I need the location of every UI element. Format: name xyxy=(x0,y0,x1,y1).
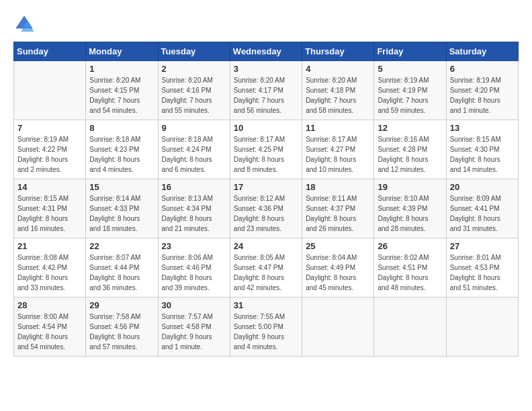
day-number: 11 xyxy=(306,123,370,133)
calendar-cell: 21Sunrise: 8:08 AM Sunset: 4:42 PM Dayli… xyxy=(14,238,86,298)
calendar-cell: 5Sunrise: 8:19 AM Sunset: 4:19 PM Daylig… xyxy=(374,61,446,120)
calendar-cell: 29Sunrise: 7:58 AM Sunset: 4:56 PM Dayli… xyxy=(86,298,158,357)
calendar-body: 1Sunrise: 8:20 AM Sunset: 4:15 PM Daylig… xyxy=(14,61,519,357)
day-number: 19 xyxy=(378,182,442,192)
calendar-cell xyxy=(302,298,374,357)
calendar-week-row: 14Sunrise: 8:15 AM Sunset: 4:31 PM Dayli… xyxy=(14,179,519,238)
cell-content: Sunrise: 8:18 AM Sunset: 4:24 PM Dayligh… xyxy=(162,134,226,175)
calendar-table: SundayMondayTuesdayWednesdayThursdayFrid… xyxy=(13,42,519,357)
calendar-cell: 25Sunrise: 8:04 AM Sunset: 4:49 PM Dayli… xyxy=(302,238,374,298)
calendar-cell: 31Sunrise: 7:55 AM Sunset: 5:00 PM Dayli… xyxy=(230,298,302,357)
day-number: 8 xyxy=(89,123,154,133)
calendar-cell: 16Sunrise: 8:13 AM Sunset: 4:34 PM Dayli… xyxy=(158,179,230,238)
calendar-cell: 14Sunrise: 8:15 AM Sunset: 4:31 PM Dayli… xyxy=(14,179,86,238)
calendar-cell: 27Sunrise: 8:01 AM Sunset: 4:53 PM Dayli… xyxy=(446,238,518,298)
cell-content: Sunrise: 8:15 AM Sunset: 4:31 PM Dayligh… xyxy=(17,193,82,234)
calendar-cell: 6Sunrise: 8:19 AM Sunset: 4:20 PM Daylig… xyxy=(446,61,518,120)
cell-content: Sunrise: 8:06 AM Sunset: 4:46 PM Dayligh… xyxy=(162,253,226,293)
calendar-cell: 23Sunrise: 8:06 AM Sunset: 4:46 PM Dayli… xyxy=(158,238,230,298)
day-number: 2 xyxy=(162,64,226,74)
cell-content: Sunrise: 8:13 AM Sunset: 4:34 PM Dayligh… xyxy=(162,193,226,234)
day-number: 25 xyxy=(306,241,370,251)
calendar-cell: 20Sunrise: 8:09 AM Sunset: 4:41 PM Dayli… xyxy=(446,179,518,238)
weekday-header-friday: Friday xyxy=(374,42,446,61)
calendar-week-row: 7Sunrise: 8:19 AM Sunset: 4:22 PM Daylig… xyxy=(14,120,519,179)
calendar-cell: 3Sunrise: 8:20 AM Sunset: 4:17 PM Daylig… xyxy=(230,61,302,120)
day-number: 14 xyxy=(17,182,82,192)
cell-content: Sunrise: 8:17 AM Sunset: 4:25 PM Dayligh… xyxy=(234,134,298,175)
cell-content: Sunrise: 8:18 AM Sunset: 4:23 PM Dayligh… xyxy=(89,134,154,175)
calendar-cell: 22Sunrise: 8:07 AM Sunset: 4:44 PM Dayli… xyxy=(86,238,158,298)
day-number: 10 xyxy=(234,123,298,133)
cell-content: Sunrise: 8:17 AM Sunset: 4:27 PM Dayligh… xyxy=(306,134,370,175)
cell-content: Sunrise: 8:07 AM Sunset: 4:44 PM Dayligh… xyxy=(89,253,154,293)
calendar-cell xyxy=(446,298,518,357)
cell-content: Sunrise: 8:11 AM Sunset: 4:37 PM Dayligh… xyxy=(306,193,370,234)
cell-content: Sunrise: 8:12 AM Sunset: 4:36 PM Dayligh… xyxy=(234,193,298,234)
weekday-header-saturday: Saturday xyxy=(446,42,518,61)
calendar-cell: 30Sunrise: 7:57 AM Sunset: 4:58 PM Dayli… xyxy=(158,298,230,357)
calendar-cell: 2Sunrise: 8:20 AM Sunset: 4:16 PM Daylig… xyxy=(158,61,230,120)
day-number: 13 xyxy=(450,123,515,133)
day-number: 16 xyxy=(162,182,226,192)
day-number: 5 xyxy=(378,64,442,74)
day-number: 29 xyxy=(89,300,154,310)
day-number: 7 xyxy=(17,123,82,133)
cell-content: Sunrise: 8:00 AM Sunset: 4:54 PM Dayligh… xyxy=(17,312,82,352)
day-number: 24 xyxy=(234,241,298,251)
cell-content: Sunrise: 8:10 AM Sunset: 4:39 PM Dayligh… xyxy=(378,193,442,234)
calendar-cell: 11Sunrise: 8:17 AM Sunset: 4:27 PM Dayli… xyxy=(302,120,374,179)
calendar-cell: 12Sunrise: 8:16 AM Sunset: 4:28 PM Dayli… xyxy=(374,120,446,179)
day-number: 4 xyxy=(306,64,370,74)
cell-content: Sunrise: 8:04 AM Sunset: 4:49 PM Dayligh… xyxy=(306,253,370,293)
day-number: 1 xyxy=(89,64,154,74)
day-number: 20 xyxy=(450,182,515,192)
calendar-cell: 13Sunrise: 8:15 AM Sunset: 4:30 PM Dayli… xyxy=(446,120,518,179)
cell-content: Sunrise: 8:19 AM Sunset: 4:20 PM Dayligh… xyxy=(450,75,515,116)
cell-content: Sunrise: 8:19 AM Sunset: 4:19 PM Dayligh… xyxy=(378,75,442,116)
calendar-week-row: 21Sunrise: 8:08 AM Sunset: 4:42 PM Dayli… xyxy=(14,238,519,298)
cell-content: Sunrise: 8:20 AM Sunset: 4:16 PM Dayligh… xyxy=(162,75,226,116)
weekday-header-wednesday: Wednesday xyxy=(230,42,302,61)
calendar-cell: 26Sunrise: 8:02 AM Sunset: 4:51 PM Dayli… xyxy=(374,238,446,298)
day-number: 18 xyxy=(306,182,370,192)
calendar-cell xyxy=(14,61,86,120)
calendar-cell: 24Sunrise: 8:05 AM Sunset: 4:47 PM Dayli… xyxy=(230,238,302,298)
calendar-cell: 10Sunrise: 8:17 AM Sunset: 4:25 PM Dayli… xyxy=(230,120,302,179)
day-number: 30 xyxy=(162,300,226,310)
cell-content: Sunrise: 7:58 AM Sunset: 4:56 PM Dayligh… xyxy=(89,312,154,352)
day-number: 3 xyxy=(234,64,298,74)
day-number: 27 xyxy=(450,241,515,251)
logo-icon xyxy=(13,13,35,35)
day-number: 28 xyxy=(17,300,82,310)
calendar-cell: 8Sunrise: 8:18 AM Sunset: 4:23 PM Daylig… xyxy=(86,120,158,179)
cell-content: Sunrise: 7:55 AM Sunset: 5:00 PM Dayligh… xyxy=(234,312,298,352)
day-number: 22 xyxy=(89,241,154,251)
day-number: 26 xyxy=(378,241,442,251)
cell-content: Sunrise: 8:20 AM Sunset: 4:17 PM Dayligh… xyxy=(234,75,298,116)
cell-content: Sunrise: 8:20 AM Sunset: 4:15 PM Dayligh… xyxy=(89,75,154,116)
calendar-cell: 15Sunrise: 8:14 AM Sunset: 4:33 PM Dayli… xyxy=(86,179,158,238)
logo xyxy=(13,13,38,35)
day-number: 31 xyxy=(234,300,298,310)
cell-content: Sunrise: 8:19 AM Sunset: 4:22 PM Dayligh… xyxy=(17,134,82,175)
day-number: 17 xyxy=(234,182,298,192)
cell-content: Sunrise: 8:15 AM Sunset: 4:30 PM Dayligh… xyxy=(450,134,515,175)
calendar-week-row: 28Sunrise: 8:00 AM Sunset: 4:54 PM Dayli… xyxy=(14,298,519,357)
weekday-header-row: SundayMondayTuesdayWednesdayThursdayFrid… xyxy=(14,42,519,61)
day-number: 12 xyxy=(378,123,442,133)
day-number: 21 xyxy=(17,241,82,251)
calendar-cell: 9Sunrise: 8:18 AM Sunset: 4:24 PM Daylig… xyxy=(158,120,230,179)
calendar-cell: 1Sunrise: 8:20 AM Sunset: 4:15 PM Daylig… xyxy=(86,61,158,120)
weekday-header-thursday: Thursday xyxy=(302,42,374,61)
weekday-header-monday: Monday xyxy=(86,42,158,61)
day-number: 9 xyxy=(162,123,226,133)
cell-content: Sunrise: 8:20 AM Sunset: 4:18 PM Dayligh… xyxy=(306,75,370,116)
cell-content: Sunrise: 7:57 AM Sunset: 4:58 PM Dayligh… xyxy=(162,312,226,352)
cell-content: Sunrise: 8:09 AM Sunset: 4:41 PM Dayligh… xyxy=(450,193,515,234)
day-number: 6 xyxy=(450,64,515,74)
calendar-cell: 19Sunrise: 8:10 AM Sunset: 4:39 PM Dayli… xyxy=(374,179,446,238)
calendar-cell: 4Sunrise: 8:20 AM Sunset: 4:18 PM Daylig… xyxy=(302,61,374,120)
weekday-header-sunday: Sunday xyxy=(14,42,86,61)
calendar-cell: 28Sunrise: 8:00 AM Sunset: 4:54 PM Dayli… xyxy=(14,298,86,357)
